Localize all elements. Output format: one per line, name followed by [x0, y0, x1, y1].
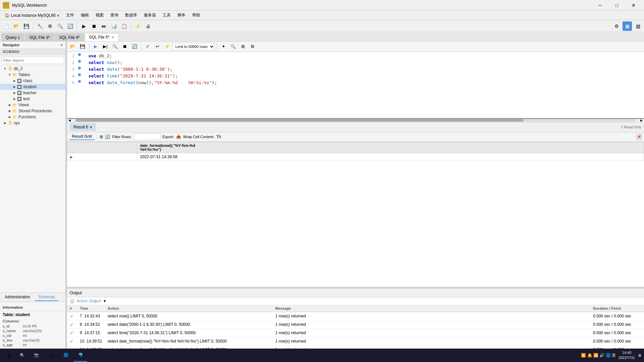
menu-script[interactable]: 脚本	[174, 11, 189, 19]
result-tab-close[interactable]: ✕	[90, 125, 92, 129]
test-arrow[interactable]: ▶	[12, 97, 17, 101]
toolbar-btn6[interactable]: ▶	[79, 21, 89, 31]
toolbar-save[interactable]: 💾	[21, 21, 31, 31]
menu-local-instance[interactable]: 🏠 Local instance MySQL80 ✕	[1, 12, 63, 19]
tree-item-stored-procedures[interactable]: ▶ 📁 Stored Procedures	[0, 108, 65, 114]
fn-arrow[interactable]: ▶	[7, 115, 12, 119]
menu-tools[interactable]: 工具	[159, 11, 174, 19]
teacher-arrow[interactable]: ▶	[12, 91, 17, 95]
qt-rollback[interactable]: ↩	[153, 42, 162, 51]
tree-item-views[interactable]: ▶ 📁 Views	[0, 102, 65, 108]
code-scrollbar[interactable]: ◀ ▶	[67, 119, 644, 122]
tab-close-icon[interactable]: ✕	[111, 36, 114, 39]
student-arrow[interactable]: ▶	[12, 85, 17, 88]
toolbar-settings[interactable]: ⚙	[612, 21, 621, 31]
menu-edit[interactable]: 编辑	[77, 11, 92, 19]
code-editor[interactable]: 1 use db_2; 2 select now(); 3 select dat…	[67, 52, 644, 119]
grid-refresh[interactable]: 🔄	[105, 134, 110, 139]
export-btn[interactable]: 📤	[176, 134, 181, 139]
action-output-label[interactable]: Action Output	[76, 299, 101, 303]
taskbar-search[interactable]: 🔍	[16, 350, 28, 360]
toolbar-layout2[interactable]: ▧	[633, 21, 643, 31]
taskbar-app-browser[interactable]: 🌐	[59, 349, 72, 362]
scroll-right[interactable]: ▶	[639, 119, 644, 122]
admin-tab[interactable]: Administration	[1, 294, 34, 301]
filter-input[interactable]	[1, 57, 64, 64]
sys-arrow[interactable]: ▶	[3, 121, 7, 125]
tree-item-class[interactable]: ▶ 🔲 class	[0, 78, 65, 84]
tab-query1[interactable]: Query 1	[1, 33, 24, 41]
result-tab-6[interactable]: Result 6 ✕	[70, 123, 96, 131]
start-button[interactable]: ⊞	[3, 350, 16, 360]
toolbar-btn9[interactable]: 📊	[109, 21, 119, 31]
toolbar-btn7[interactable]: ⏹	[89, 21, 99, 31]
qt-stop[interactable]: ⏹	[120, 42, 129, 51]
qt-columns[interactable]: ⊞	[238, 42, 247, 51]
views-arrow[interactable]: ▶	[7, 103, 12, 107]
db2-arrow[interactable]: ▼	[3, 67, 7, 70]
toolbar-layout1[interactable]: ▦	[623, 21, 632, 31]
qt-auto-commit[interactable]: ⚡	[163, 42, 171, 51]
result-grid-tab[interactable]: Result Grid	[69, 133, 95, 140]
scroll-left[interactable]: ◀	[67, 119, 72, 122]
scroll-track[interactable]	[75, 119, 636, 122]
filter-rows-input[interactable]	[133, 133, 160, 140]
tree-item-db2[interactable]: ▼ 🗄 db_2	[0, 66, 65, 72]
taskbar-notification[interactable]: 🖥	[638, 353, 641, 357]
minimize-button[interactable]: ─	[592, 0, 608, 11]
tree-item-sys[interactable]: ▶ 🗄 sys	[0, 120, 65, 126]
qt-refresh[interactable]: 🔄	[130, 42, 139, 51]
action-output-copy-btn[interactable]: 📋	[70, 299, 74, 303]
tree-item-teacher[interactable]: ▶ 🔲 teacher	[0, 90, 65, 96]
limit-select[interactable]: Limit to 50000 rows	[172, 43, 215, 50]
tree-item-functions[interactable]: ▶ 📁 Functions	[0, 114, 65, 120]
grid-pin[interactable]: 📌	[636, 134, 642, 140]
qt-save[interactable]: 💾	[78, 42, 87, 51]
taskbar-app-mysql[interactable]: 🐬	[74, 349, 87, 362]
wrap-btn[interactable]: TA	[216, 134, 221, 139]
toolbar-btn5[interactable]: 🔄	[65, 21, 75, 31]
schemas-tab[interactable]: Schemas	[35, 294, 58, 301]
qt-execute-sel[interactable]: ▶|	[101, 42, 110, 51]
close-button[interactable]: ✕	[626, 0, 641, 11]
taskbar-app-view[interactable]: 📷	[30, 349, 43, 362]
qt-execute[interactable]: ▶	[91, 42, 100, 51]
menu-query[interactable]: 查询	[107, 11, 122, 19]
tree-item-test[interactable]: ▶ 🔲 test	[0, 96, 65, 102]
tree-item-tables[interactable]: ▼ 📁 Tables	[0, 72, 65, 78]
sidebar-expand-icon[interactable]: ≡	[61, 43, 63, 47]
qt-commit[interactable]: ✓	[143, 42, 152, 51]
toolbar-new[interactable]: 📄	[1, 21, 11, 31]
toolbar-btn3[interactable]: ⚙	[45, 21, 55, 31]
class-arrow[interactable]: ▶	[12, 79, 17, 82]
menu-server[interactable]: 服务器	[141, 11, 159, 19]
menu-help[interactable]: 帮助	[189, 11, 204, 19]
toolbar-btn8[interactable]: ⏭	[99, 21, 109, 31]
toolbar-open[interactable]: 📂	[11, 21, 21, 31]
data-grid[interactable]: date_format(now(),"%Y-%m-%d%H:%i:%s") ▶ …	[67, 142, 644, 287]
tables-arrow[interactable]: ▼	[7, 73, 12, 76]
qt-explain[interactable]: 🔍	[111, 42, 119, 51]
sp-arrow[interactable]: ▶	[7, 109, 12, 113]
tree-item-student[interactable]: ▶ 🔲 student	[0, 84, 65, 90]
maximize-button[interactable]: □	[609, 0, 625, 11]
toolbar-btn2[interactable]: 🔧	[35, 21, 45, 31]
menu-view[interactable]: 视图	[92, 11, 107, 19]
qt-settings[interactable]: ⚙	[248, 42, 257, 51]
qt-open[interactable]: 📂	[68, 42, 77, 51]
tab-sqlfile3[interactable]: SQL File 3*	[25, 33, 54, 41]
action-output-dropdown[interactable]: ▼	[103, 299, 107, 303]
qt-format[interactable]: ✦	[219, 42, 228, 51]
tab-sqlfile5[interactable]: SQL File 5* ✕	[85, 33, 119, 41]
toolbar-btn4[interactable]: 🔍	[55, 21, 65, 31]
toolbar-btn10[interactable]: 📋	[119, 21, 129, 31]
menu-file[interactable]: 文件	[63, 11, 77, 19]
scroll-thumb[interactable]	[75, 119, 524, 122]
menu-database[interactable]: 数据库	[122, 11, 141, 19]
toolbar-btn12[interactable]: 🖨	[143, 21, 153, 31]
tab-sqlfile4[interactable]: SQL File 4*	[55, 33, 84, 41]
toolbar-btn11[interactable]: ⚡	[133, 21, 143, 31]
qt-search[interactable]: 🔍	[229, 42, 237, 51]
grid-btn[interactable]: ⊞	[100, 134, 103, 139]
taskbar-app-files[interactable]: 🗂	[44, 349, 58, 362]
